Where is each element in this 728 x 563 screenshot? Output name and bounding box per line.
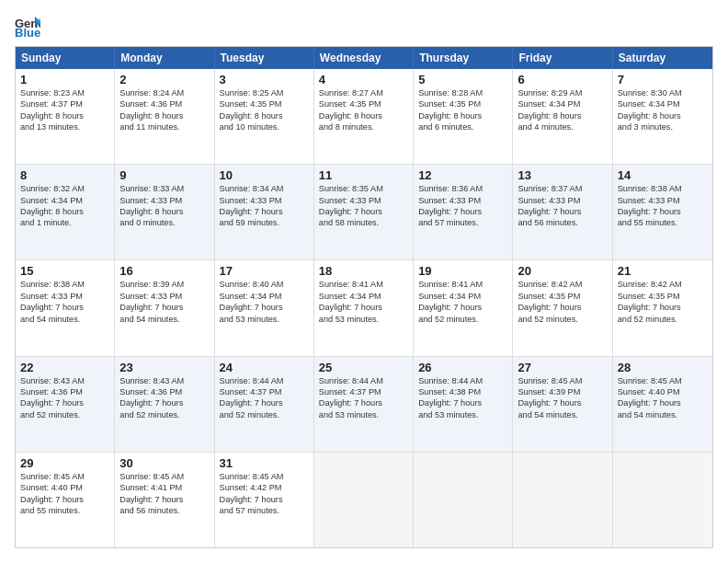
- day-number: 4: [319, 73, 408, 86]
- day-info: Sunrise: 8:34 AMSunset: 4:33 PMDaylight:…: [220, 183, 309, 229]
- day-cell-10: 10Sunrise: 8:34 AMSunset: 4:33 PMDayligh…: [215, 165, 314, 259]
- day-number: 1: [20, 73, 109, 86]
- empty-cell-4-6: [613, 453, 712, 547]
- calendar-row-1: 1Sunrise: 8:23 AMSunset: 4:37 PMDaylight…: [16, 69, 712, 165]
- day-info: Sunrise: 8:45 AMSunset: 4:40 PMDaylight:…: [618, 375, 708, 421]
- day-number: 27: [518, 361, 607, 374]
- svg-text:Blue: Blue: [15, 26, 40, 37]
- day-cell-7: 7Sunrise: 8:30 AMSunset: 4:34 PMDaylight…: [613, 69, 712, 164]
- day-info: Sunrise: 8:25 AMSunset: 4:35 PMDaylight:…: [220, 87, 309, 133]
- day-cell-22: 22Sunrise: 8:43 AMSunset: 4:36 PMDayligh…: [16, 357, 115, 452]
- day-cell-2: 2Sunrise: 8:24 AMSunset: 4:36 PMDaylight…: [115, 69, 214, 164]
- day-number: 30: [119, 456, 209, 470]
- calendar-body: 1Sunrise: 8:23 AMSunset: 4:37 PMDaylight…: [16, 69, 712, 547]
- day-cell-28: 28Sunrise: 8:45 AMSunset: 4:40 PMDayligh…: [613, 357, 712, 452]
- day-info: Sunrise: 8:28 AMSunset: 4:35 PMDaylight:…: [418, 87, 507, 133]
- day-cell-5: 5Sunrise: 8:28 AMSunset: 4:35 PMDaylight…: [414, 69, 513, 164]
- day-info: Sunrise: 8:32 AMSunset: 4:34 PMDaylight:…: [20, 183, 109, 229]
- day-info: Sunrise: 8:40 AMSunset: 4:34 PMDaylight:…: [220, 279, 309, 325]
- day-number: 24: [220, 361, 309, 374]
- day-number: 11: [319, 168, 408, 182]
- day-number: 21: [618, 264, 708, 278]
- day-cell-12: 12Sunrise: 8:36 AMSunset: 4:33 PMDayligh…: [414, 165, 513, 259]
- day-number: 10: [220, 168, 309, 182]
- day-number: 14: [618, 168, 708, 182]
- day-cell-1: 1Sunrise: 8:23 AMSunset: 4:37 PMDaylight…: [16, 69, 115, 164]
- logo: General Blue: [15, 15, 44, 37]
- day-info: Sunrise: 8:45 AMSunset: 4:40 PMDaylight:…: [20, 471, 109, 517]
- day-cell-16: 16Sunrise: 8:39 AMSunset: 4:33 PMDayligh…: [115, 260, 214, 355]
- day-cell-4: 4Sunrise: 8:27 AMSunset: 4:35 PMDaylight…: [314, 69, 414, 164]
- day-number: 28: [618, 361, 708, 374]
- day-number: 13: [518, 168, 607, 182]
- empty-cell-4-5: [513, 453, 612, 547]
- day-info: Sunrise: 8:42 AMSunset: 4:35 PMDaylight:…: [518, 279, 607, 325]
- day-number: 29: [20, 456, 109, 470]
- day-cell-27: 27Sunrise: 8:45 AMSunset: 4:39 PMDayligh…: [513, 357, 612, 452]
- day-cell-26: 26Sunrise: 8:44 AMSunset: 4:38 PMDayligh…: [414, 357, 513, 452]
- calendar-header: SundayMondayTuesdayWednesdayThursdayFrid…: [16, 47, 712, 69]
- weekday-header-friday: Friday: [513, 47, 612, 69]
- day-cell-24: 24Sunrise: 8:44 AMSunset: 4:37 PMDayligh…: [215, 357, 314, 452]
- day-cell-6: 6Sunrise: 8:29 AMSunset: 4:34 PMDaylight…: [513, 69, 612, 164]
- calendar-row-4: 22Sunrise: 8:43 AMSunset: 4:36 PMDayligh…: [16, 357, 712, 453]
- empty-cell-4-4: [414, 453, 513, 547]
- day-number: 19: [418, 264, 507, 278]
- weekday-header-monday: Monday: [115, 47, 214, 69]
- day-number: 23: [119, 361, 209, 374]
- day-number: 17: [220, 264, 309, 278]
- day-cell-21: 21Sunrise: 8:42 AMSunset: 4:35 PMDayligh…: [613, 260, 712, 355]
- day-cell-19: 19Sunrise: 8:41 AMSunset: 4:34 PMDayligh…: [414, 260, 513, 355]
- day-info: Sunrise: 8:29 AMSunset: 4:34 PMDaylight:…: [518, 87, 607, 133]
- day-number: 20: [518, 264, 607, 278]
- day-info: Sunrise: 8:23 AMSunset: 4:37 PMDaylight:…: [20, 87, 109, 133]
- day-number: 18: [319, 264, 408, 278]
- day-cell-15: 15Sunrise: 8:38 AMSunset: 4:33 PMDayligh…: [16, 260, 115, 355]
- day-info: Sunrise: 8:38 AMSunset: 4:33 PMDaylight:…: [20, 279, 109, 325]
- day-number: 25: [319, 361, 408, 374]
- day-number: 9: [119, 168, 209, 182]
- day-info: Sunrise: 8:33 AMSunset: 4:33 PMDaylight:…: [119, 183, 209, 229]
- weekday-header-wednesday: Wednesday: [314, 47, 414, 69]
- weekday-header-thursday: Thursday: [414, 47, 513, 69]
- day-cell-29: 29Sunrise: 8:45 AMSunset: 4:40 PMDayligh…: [16, 453, 115, 547]
- day-cell-3: 3Sunrise: 8:25 AMSunset: 4:35 PMDaylight…: [215, 69, 314, 164]
- day-info: Sunrise: 8:45 AMSunset: 4:42 PMDaylight:…: [220, 471, 309, 517]
- day-number: 8: [20, 168, 109, 182]
- day-cell-30: 30Sunrise: 8:45 AMSunset: 4:41 PMDayligh…: [115, 453, 214, 547]
- day-info: Sunrise: 8:45 AMSunset: 4:41 PMDaylight:…: [119, 471, 209, 517]
- page: General Blue SundayMondayTuesdayWednesda…: [0, 0, 728, 563]
- day-cell-17: 17Sunrise: 8:40 AMSunset: 4:34 PMDayligh…: [215, 260, 314, 355]
- weekday-header-tuesday: Tuesday: [215, 47, 314, 69]
- day-info: Sunrise: 8:44 AMSunset: 4:37 PMDaylight:…: [319, 375, 408, 421]
- day-info: Sunrise: 8:27 AMSunset: 4:35 PMDaylight:…: [319, 87, 408, 133]
- day-number: 22: [20, 361, 109, 374]
- day-info: Sunrise: 8:42 AMSunset: 4:35 PMDaylight:…: [618, 279, 708, 325]
- day-cell-31: 31Sunrise: 8:45 AMSunset: 4:42 PMDayligh…: [215, 453, 314, 547]
- calendar-row-5: 29Sunrise: 8:45 AMSunset: 4:40 PMDayligh…: [16, 453, 712, 547]
- day-info: Sunrise: 8:41 AMSunset: 4:34 PMDaylight:…: [418, 279, 507, 325]
- calendar-row-2: 8Sunrise: 8:32 AMSunset: 4:34 PMDaylight…: [16, 165, 712, 260]
- day-cell-11: 11Sunrise: 8:35 AMSunset: 4:33 PMDayligh…: [314, 165, 414, 259]
- day-info: Sunrise: 8:43 AMSunset: 4:36 PMDaylight:…: [20, 375, 109, 421]
- day-info: Sunrise: 8:35 AMSunset: 4:33 PMDaylight:…: [319, 183, 408, 229]
- day-number: 15: [20, 264, 109, 278]
- day-info: Sunrise: 8:30 AMSunset: 4:34 PMDaylight:…: [618, 87, 708, 133]
- day-cell-13: 13Sunrise: 8:37 AMSunset: 4:33 PMDayligh…: [513, 165, 612, 259]
- day-info: Sunrise: 8:44 AMSunset: 4:38 PMDaylight:…: [418, 375, 507, 421]
- day-number: 3: [220, 73, 309, 86]
- day-number: 7: [618, 73, 708, 86]
- day-number: 26: [418, 361, 507, 374]
- day-number: 6: [518, 73, 607, 86]
- day-cell-9: 9Sunrise: 8:33 AMSunset: 4:33 PMDaylight…: [115, 165, 214, 259]
- day-info: Sunrise: 8:24 AMSunset: 4:36 PMDaylight:…: [119, 87, 209, 133]
- logo-icon: General Blue: [15, 15, 40, 37]
- day-cell-14: 14Sunrise: 8:38 AMSunset: 4:33 PMDayligh…: [613, 165, 712, 259]
- day-info: Sunrise: 8:36 AMSunset: 4:33 PMDaylight:…: [418, 183, 507, 229]
- day-info: Sunrise: 8:45 AMSunset: 4:39 PMDaylight:…: [518, 375, 607, 421]
- calendar-row-3: 15Sunrise: 8:38 AMSunset: 4:33 PMDayligh…: [16, 260, 712, 356]
- day-info: Sunrise: 8:37 AMSunset: 4:33 PMDaylight:…: [518, 183, 607, 229]
- day-cell-20: 20Sunrise: 8:42 AMSunset: 4:35 PMDayligh…: [513, 260, 612, 355]
- header: General Blue: [15, 15, 713, 37]
- day-number: 31: [220, 456, 309, 470]
